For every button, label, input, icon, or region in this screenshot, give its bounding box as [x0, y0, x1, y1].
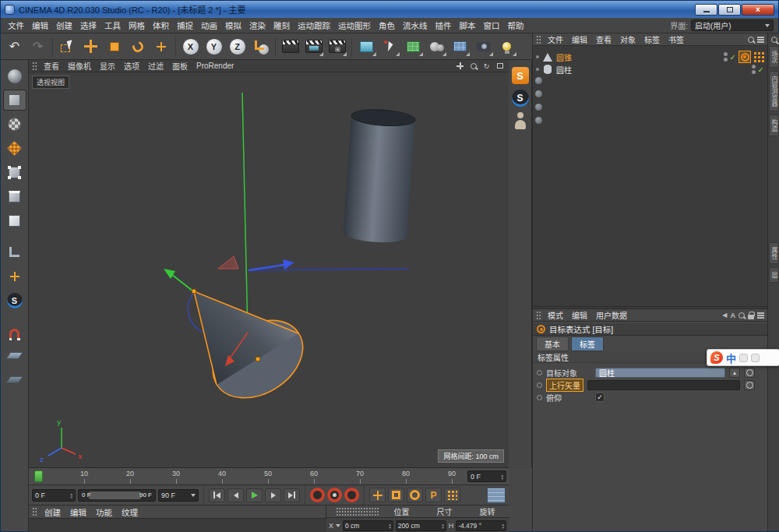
model-mode-button[interactable]: [3, 90, 26, 111]
y-axis-lock-button[interactable]: Y: [203, 35, 225, 58]
panel-grip-icon[interactable]: [536, 311, 541, 320]
interface-select[interactable]: 启动(用户): [691, 19, 774, 31]
record-parameter-toggle[interactable]: P: [425, 488, 442, 502]
timeline-window-button[interactable]: [487, 488, 506, 503]
menu-item-character[interactable]: 角色: [375, 18, 399, 33]
menu-item-sculpt[interactable]: 雕刻: [270, 18, 294, 33]
vp-menu-cameras[interactable]: 摄像机: [64, 59, 95, 72]
menu-item-mograph[interactable]: 运动图形: [334, 18, 375, 33]
menu-item-create[interactable]: 创建: [52, 18, 76, 33]
rotation-band[interactable]: [218, 256, 238, 269]
menu-item-script[interactable]: 脚本: [456, 18, 480, 33]
pitch-checkbox[interactable]: ✓: [595, 393, 605, 402]
sketch-layout-icon[interactable]: S: [512, 90, 529, 107]
menu-item-edit[interactable]: 编辑: [28, 18, 52, 33]
am-search-icon[interactable]: [738, 312, 745, 319]
chevron-down-icon[interactable]: [336, 524, 340, 527]
tab-content-browser[interactable]: 内容浏览器: [769, 71, 779, 111]
rotate-tool[interactable]: [126, 35, 149, 58]
menu-item-tools[interactable]: 工具: [100, 18, 125, 33]
maximize-button[interactable]: [718, 4, 741, 16]
am-menu-mode[interactable]: 模式: [544, 308, 567, 322]
tab-attributes[interactable]: 属性: [769, 242, 779, 264]
close-button[interactable]: ×: [742, 4, 774, 16]
target-object-field[interactable]: 圆柱: [595, 368, 725, 378]
panel-grip-icon[interactable]: [536, 35, 541, 44]
om-menu-view[interactable]: 查看: [592, 33, 615, 46]
viewport-maximize-icon[interactable]: [495, 62, 505, 71]
frame-field[interactable]: 0 F ▴▾: [467, 470, 506, 482]
om-menu-tags[interactable]: 标签: [640, 33, 664, 46]
vp-menu-prorender[interactable]: ProRender: [192, 61, 238, 71]
coordinate-system-button[interactable]: [249, 35, 272, 58]
render-settings-button[interactable]: [326, 35, 348, 58]
enable-axis-button[interactable]: [3, 266, 26, 287]
tab-takes[interactable]: 场次: [769, 46, 779, 68]
y-axis-line[interactable]: [242, 93, 248, 333]
menu-item-help[interactable]: 帮助: [504, 18, 528, 33]
play-button[interactable]: [246, 488, 263, 502]
om-menu-edit[interactable]: 编辑: [568, 33, 591, 46]
character-layout-icon[interactable]: [513, 112, 528, 129]
goto-start-button[interactable]: [209, 488, 225, 502]
side-search-icon[interactable]: [771, 37, 777, 43]
am-lock-icon[interactable]: [748, 315, 754, 319]
panel-grip-icon[interactable]: [32, 62, 37, 71]
vp-menu-options[interactable]: 选项: [120, 59, 143, 72]
menu-item-snap[interactable]: 捕捉: [173, 18, 197, 33]
modeling-objects-dropdown[interactable]: [425, 35, 448, 58]
panel-grip-icon[interactable]: [336, 507, 379, 516]
position-x-field[interactable]: 0 cm ▴▾: [343, 520, 393, 531]
keyframe-dot-icon[interactable]: [537, 395, 542, 400]
camera-dropdown[interactable]: [472, 35, 495, 58]
ime-toolbox-icon[interactable]: [751, 354, 760, 362]
tab-tag[interactable]: 标签: [571, 336, 604, 351]
record-position-toggle[interactable]: [369, 488, 386, 502]
object-name[interactable]: 圆柱: [556, 64, 572, 76]
om-menu-bookmarks[interactable]: 书签: [664, 33, 688, 46]
om-menu-file[interactable]: 文件: [544, 33, 567, 46]
material-list-area[interactable]: [29, 519, 326, 532]
am-menu-edit[interactable]: 编辑: [568, 308, 591, 322]
deformer-dropdown[interactable]: [449, 35, 471, 58]
enable-check-icon[interactable]: ✓: [730, 53, 736, 62]
cone-base-handle[interactable]: [256, 357, 260, 361]
texture-mode-button[interactable]: [3, 114, 26, 135]
redo-button[interactable]: ↷: [26, 35, 49, 58]
target-tag-icon[interactable]: [738, 51, 751, 63]
object-row-cylinder[interactable]: 圆柱 ✓: [536, 63, 764, 76]
x-axis-lock-button[interactable]: X: [179, 35, 202, 58]
sculpt-layout-icon[interactable]: S: [512, 67, 529, 84]
primitive-cube-dropdown[interactable]: [355, 35, 378, 58]
menu-item-plugins[interactable]: 插件: [432, 18, 456, 33]
keyframe-dot-icon[interactable]: [537, 370, 542, 375]
next-frame-button[interactable]: [265, 488, 281, 502]
ime-logo-icon[interactable]: S: [710, 351, 723, 364]
viewport-rotate-icon[interactable]: ↻: [481, 62, 492, 71]
rotation-h-field[interactable]: -4.479 ° ▴▾: [456, 520, 506, 531]
stepper-icon[interactable]: ▴▾: [70, 492, 72, 499]
render-picture-viewer-button[interactable]: [302, 35, 325, 58]
visibility-dots-icon[interactable]: [724, 52, 728, 62]
light-dropdown[interactable]: [495, 35, 518, 58]
stepper-icon[interactable]: ▴▾: [501, 474, 503, 480]
green-axis-arrow[interactable]: [164, 269, 193, 291]
edges-mode-button[interactable]: [3, 186, 26, 207]
ime-mode-indicator[interactable]: 中: [726, 351, 736, 365]
tab-structure[interactable]: 构造: [769, 115, 779, 136]
workplane-button[interactable]: [3, 345, 26, 366]
preview-range-slider[interactable]: 0 F 90 F: [78, 489, 156, 502]
up-vector-field[interactable]: [587, 380, 740, 390]
cone-object[interactable]: [192, 289, 317, 414]
current-frame-field[interactable]: 0 F ▴▾: [32, 489, 76, 502]
timeline-ruler[interactable]: 10 20 30 40 50 60 70 80 90 0 F ▴▾: [29, 468, 509, 485]
record-scale-toggle[interactable]: [388, 488, 404, 502]
viewport-canvas[interactable]: y x z: [29, 72, 509, 468]
recent-tool-button[interactable]: [150, 35, 172, 58]
record-pla-toggle[interactable]: [444, 488, 460, 502]
menu-item-animate[interactable]: 动画: [197, 18, 221, 33]
subdivision-surface-dropdown[interactable]: [402, 35, 425, 58]
sculpt-layout-button[interactable]: S: [3, 290, 26, 311]
tab-basic[interactable]: 基本: [536, 336, 569, 351]
tab-layers[interactable]: 层: [769, 267, 779, 283]
